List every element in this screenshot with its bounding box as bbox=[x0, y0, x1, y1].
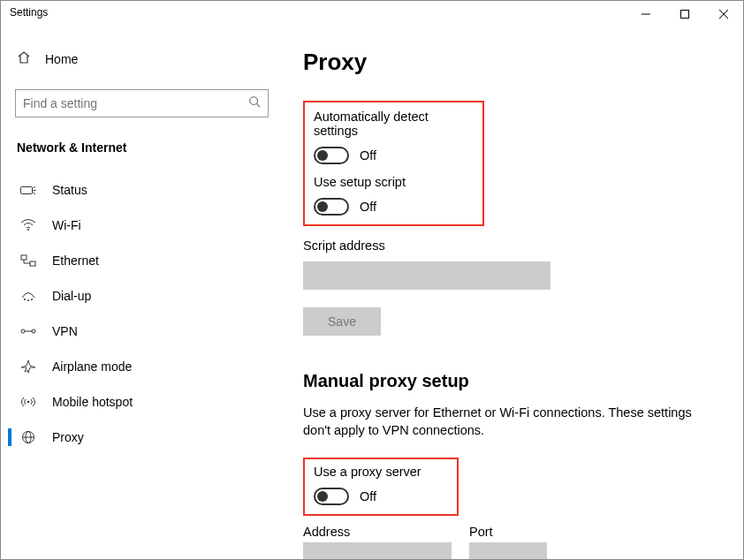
window-controls bbox=[626, 1, 743, 27]
wifi-icon bbox=[20, 219, 36, 231]
search-input-box[interactable] bbox=[15, 89, 269, 117]
sidebar-item-vpn[interactable]: VPN bbox=[10, 314, 274, 349]
setup-script-label: Use setup script bbox=[314, 175, 474, 189]
use-proxy-state: Off bbox=[360, 489, 376, 503]
svg-line-7 bbox=[34, 186, 36, 188]
svg-point-14 bbox=[27, 299, 29, 301]
port-label: Port bbox=[469, 525, 547, 539]
home-icon bbox=[17, 50, 31, 68]
sidebar-item-label: Proxy bbox=[52, 430, 84, 444]
manual-setup-heading: Manual proxy setup bbox=[303, 371, 717, 391]
vpn-icon bbox=[20, 325, 36, 337]
svg-line-5 bbox=[257, 104, 261, 108]
sidebar-item-hotspot[interactable]: Mobile hotspot bbox=[10, 384, 274, 420]
window-title: Settings bbox=[1, 1, 57, 24]
close-button[interactable] bbox=[704, 1, 743, 27]
port-input bbox=[469, 542, 547, 559]
manual-setup-description: Use a proxy server for Ethernet or Wi-Fi… bbox=[303, 404, 692, 440]
sidebar-item-label: Ethernet bbox=[52, 254, 99, 268]
svg-point-15 bbox=[31, 299, 33, 300]
svg-rect-12 bbox=[30, 261, 35, 266]
sidebar-item-label: Status bbox=[52, 183, 87, 197]
svg-rect-6 bbox=[21, 187, 33, 194]
sidebar-item-proxy[interactable]: Proxy bbox=[10, 420, 274, 455]
hotspot-icon bbox=[20, 395, 36, 409]
script-address-input bbox=[303, 261, 550, 290]
auto-detect-toggle[interactable] bbox=[314, 147, 349, 164]
address-input bbox=[303, 542, 452, 559]
script-address-label: Script address bbox=[303, 238, 717, 253]
svg-point-4 bbox=[250, 97, 258, 105]
sidebar-item-status[interactable]: Status bbox=[10, 172, 274, 208]
svg-line-9 bbox=[34, 193, 36, 194]
dialup-icon bbox=[20, 290, 36, 302]
save-button: Save bbox=[303, 307, 381, 336]
sidebar-item-label: Dial-up bbox=[52, 289, 91, 303]
use-proxy-label: Use a proxy server bbox=[314, 465, 448, 479]
svg-point-13 bbox=[24, 299, 26, 300]
address-label: Address bbox=[303, 525, 452, 539]
setup-script-state: Off bbox=[360, 200, 376, 214]
proxy-icon bbox=[20, 430, 36, 444]
page-title: Proxy bbox=[303, 49, 717, 76]
titlebar: Settings bbox=[1, 1, 743, 29]
use-proxy-toggle[interactable] bbox=[314, 488, 349, 505]
sidebar-item-label: Airplane mode bbox=[52, 359, 132, 374]
sidebar-item-ethernet[interactable]: Ethernet bbox=[10, 243, 274, 278]
minimize-button[interactable] bbox=[626, 1, 665, 27]
sidebar-item-wifi[interactable]: Wi-Fi bbox=[10, 208, 274, 243]
sidebar-item-label: VPN bbox=[52, 324, 78, 338]
svg-point-16 bbox=[21, 329, 25, 333]
svg-point-17 bbox=[32, 329, 35, 333]
auto-detect-label: Automatically detect settings bbox=[314, 110, 474, 138]
sidebar-item-airplane[interactable]: Airplane mode bbox=[10, 349, 274, 384]
sidebar-item-dialup[interactable]: Dial-up bbox=[10, 278, 274, 314]
home-label: Home bbox=[45, 52, 78, 66]
svg-point-19 bbox=[27, 401, 30, 404]
search-input[interactable] bbox=[23, 96, 248, 110]
ethernet-icon bbox=[20, 254, 36, 267]
airplane-icon bbox=[20, 359, 36, 374]
svg-point-10 bbox=[27, 229, 29, 231]
sidebar-item-label: Mobile hotspot bbox=[52, 395, 133, 409]
sidebar-item-label: Wi-Fi bbox=[52, 218, 81, 232]
sidebar-section-title: Network & Internet bbox=[10, 133, 274, 162]
search-icon bbox=[248, 95, 261, 111]
svg-rect-1 bbox=[681, 11, 689, 19]
status-icon bbox=[20, 184, 36, 196]
highlight-proxy-section: Use a proxy server Off bbox=[303, 458, 459, 516]
svg-rect-11 bbox=[21, 255, 27, 260]
auto-detect-state: Off bbox=[360, 148, 376, 163]
setup-script-toggle[interactable] bbox=[314, 198, 349, 216]
highlight-auto-section: Automatically detect settings Off Use se… bbox=[303, 101, 484, 226]
sidebar: Home Network & Internet Status Wi-Fi Eth… bbox=[1, 29, 277, 559]
maximize-button[interactable] bbox=[665, 1, 704, 27]
sidebar-home[interactable]: Home bbox=[10, 45, 274, 73]
main-content: Proxy Automatically detect settings Off … bbox=[277, 29, 743, 559]
